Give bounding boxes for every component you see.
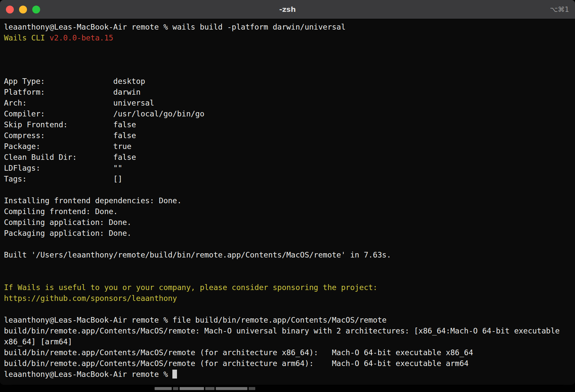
- terminal-text: https://github.com/sponsors/leaanthony: [4, 294, 177, 303]
- terminal-line: Clean Build Dir: false: [4, 152, 571, 163]
- terminal-line: If Wails is useful to you or your compan…: [4, 282, 571, 293]
- terminal-line: leaanthony@Leas-MacBook-Air remote % wai…: [4, 22, 571, 33]
- terminal-line: [4, 271, 571, 282]
- terminal-line: Platform: darwin: [4, 87, 571, 98]
- terminal-text: Skip Frontend: false: [4, 120, 136, 129]
- terminal-text: leaanthony@Leas-MacBook-Air remote % wai…: [4, 23, 346, 31]
- terminal-text: App Type: desktop: [4, 77, 145, 86]
- terminal-line: [4, 239, 571, 250]
- terminal-text: build/bin/remote.app/Contents/MacOS/remo…: [4, 359, 468, 368]
- close-button[interactable]: [6, 6, 14, 13]
- terminal-text: Wails CLI: [4, 34, 49, 42]
- terminal-line: Compress: false: [4, 130, 571, 141]
- terminal-text: Compress: false: [4, 131, 136, 140]
- window-title: -zsh: [0, 5, 575, 13]
- window-titlebar[interactable]: -zsh ⌥⌘1: [0, 0, 575, 19]
- terminal-text: build/bin/remote.app/Contents/MacOS/remo…: [4, 348, 473, 357]
- terminal-line: Packaging application: Done.: [4, 228, 571, 239]
- terminal-text: If Wails is useful to you or your compan…: [4, 283, 377, 292]
- terminal-line: Compiling application: Done.: [4, 217, 571, 228]
- terminal-line: [4, 43, 571, 54]
- terminal-text: Tags: []: [4, 175, 122, 183]
- minimize-button[interactable]: [19, 6, 27, 13]
- terminal-output[interactable]: leaanthony@Leas-MacBook-Air remote % wai…: [0, 19, 575, 382]
- terminal-line: Skip Frontend: false: [4, 119, 571, 130]
- terminal-text: Clean Build Dir: false: [4, 153, 136, 161]
- terminal-text: Arch: universal: [4, 99, 154, 107]
- terminal-line: App Type: desktop: [4, 76, 571, 87]
- terminal-line: Installing frontend dependencies: Done.: [4, 195, 571, 206]
- terminal-text: Compiler: /usr/local/go/bin/go: [4, 110, 204, 118]
- terminal-line: build/bin/remote.app/Contents/MacOS/remo…: [4, 326, 571, 336]
- terminal-line: Compiling frontend: Done.: [4, 206, 571, 217]
- terminal-text: Compiling application: Done.: [4, 218, 132, 227]
- terminal-line: leaanthony@Leas-MacBook-Air remote %: [4, 369, 571, 380]
- terminal-line: Package: true: [4, 141, 571, 152]
- zoom-button[interactable]: [32, 6, 40, 13]
- background-window-fragment: [155, 386, 255, 390]
- terminal-text: LDFlags: "": [4, 164, 122, 172]
- terminal-line: build/bin/remote.app/Contents/MacOS/remo…: [4, 347, 571, 358]
- terminal-text: Installing frontend dependencies: Done.: [4, 196, 182, 205]
- terminal-text: v2.0.0-beta.15: [49, 34, 113, 42]
- terminal-line: https://github.com/sponsors/leaanthony: [4, 293, 571, 304]
- terminal-line: leaanthony@Leas-MacBook-Air remote % fil…: [4, 315, 571, 326]
- terminal-line: Compiler: /usr/local/go/bin/go: [4, 109, 571, 119]
- traffic-lights: [6, 0, 40, 19]
- terminal-text: Packaging application: Done.: [4, 229, 132, 237]
- terminal-line: [4, 260, 571, 271]
- terminal-line: build/bin/remote.app/Contents/MacOS/remo…: [4, 358, 571, 369]
- terminal-line: x86_64] [arm64]: [4, 336, 571, 347]
- terminal-line: Wails CLI v2.0.0-beta.15: [4, 33, 571, 43]
- terminal-text: leaanthony@Leas-MacBook-Air remote %: [4, 370, 172, 379]
- terminal-line: Tags: []: [4, 174, 571, 184]
- terminal-text: build/bin/remote.app/Contents/MacOS/remo…: [4, 327, 560, 335]
- terminal-window: -zsh ⌥⌘1 leaanthony@Leas-MacBook-Air rem…: [0, 0, 575, 385]
- window-shortcut-badge: ⌥⌘1: [550, 0, 569, 19]
- terminal-line: Arch: universal: [4, 98, 571, 109]
- terminal-line: LDFlags: "": [4, 163, 571, 174]
- terminal-line: [4, 184, 571, 195]
- terminal-line: [4, 54, 571, 65]
- terminal-text: leaanthony@Leas-MacBook-Air remote % fil…: [4, 316, 387, 324]
- terminal-line: [4, 304, 571, 315]
- terminal-text: x86_64] [arm64]: [4, 337, 72, 346]
- terminal-text: Compiling frontend: Done.: [4, 207, 118, 216]
- terminal-text: Built '/Users/leaanthony/remote/build/bi…: [4, 251, 391, 259]
- terminal-cursor: [172, 370, 177, 379]
- terminal-text: Platform: darwin: [4, 88, 140, 96]
- terminal-text: Package: true: [4, 142, 132, 151]
- terminal-line: [4, 65, 571, 76]
- terminal-line: Built '/Users/leaanthony/remote/build/bi…: [4, 250, 571, 260]
